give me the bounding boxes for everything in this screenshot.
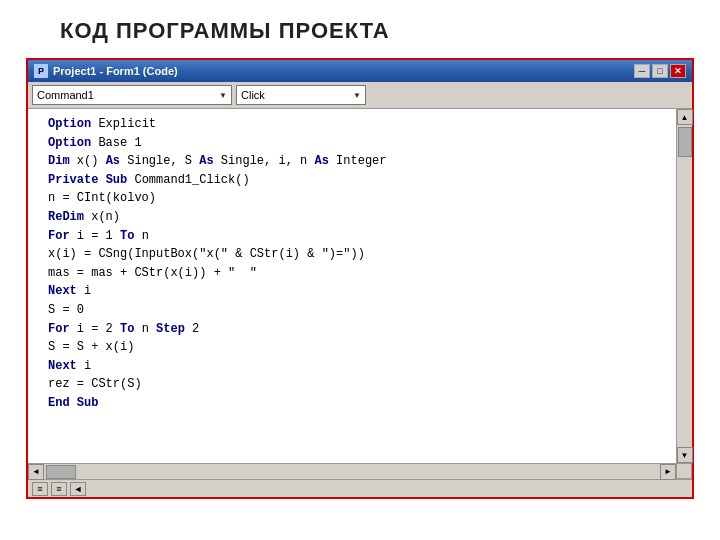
scroll-up-button[interactable]: ▲: [677, 109, 693, 125]
code-line: S = 0: [48, 301, 668, 320]
code-line: Dim x() As Single, S As Single, i, n As …: [48, 152, 668, 171]
status-btn-3[interactable]: ◄: [70, 482, 86, 496]
code-line: ReDim x(n): [48, 208, 668, 227]
code-area: Option ExplicitOption Base 1Dim x() As S…: [28, 109, 692, 479]
scroll-down-button[interactable]: ▼: [677, 447, 693, 463]
title-bar-buttons: ─ □ ✕: [634, 64, 686, 78]
scroll-thumb-v[interactable]: [678, 127, 692, 157]
minimize-button[interactable]: ─: [634, 64, 650, 78]
code-line: End Sub: [48, 394, 668, 413]
title-bar: P Project1 - Form1 (Code) ─ □ ✕: [28, 60, 692, 82]
status-btn-1[interactable]: ≡: [32, 482, 48, 496]
vertical-scrollbar[interactable]: ▲ ▼: [676, 109, 692, 463]
code-line: For i = 1 To n: [48, 227, 668, 246]
window-title: Project1 - Form1 (Code): [53, 65, 178, 77]
code-line: Next i: [48, 357, 668, 376]
scrollbar-corner: [676, 463, 692, 479]
toolbar: Command1 ▼ Click ▼: [28, 82, 692, 109]
code-line: Next i: [48, 282, 668, 301]
scroll-right-button[interactable]: ►: [660, 464, 676, 480]
code-line: rez = CStr(S): [48, 375, 668, 394]
status-btn-2[interactable]: ≡: [51, 482, 67, 496]
code-line: Option Explicit: [48, 115, 668, 134]
code-line: mas = mas + CStr(x(i)) + " ": [48, 264, 668, 283]
maximize-button[interactable]: □: [652, 64, 668, 78]
code-line: For i = 2 To n Step 2: [48, 320, 668, 339]
status-bar: ≡ ≡ ◄: [28, 479, 692, 497]
horizontal-scrollbar[interactable]: ◄ ►: [28, 463, 676, 479]
title-bar-left: P Project1 - Form1 (Code): [34, 64, 178, 78]
dropdown1-arrow-icon: ▼: [219, 91, 227, 100]
object-dropdown-value: Command1: [37, 89, 94, 101]
dropdown2-arrow-icon: ▼: [353, 91, 361, 100]
window-icon: P: [34, 64, 48, 78]
ide-window: P Project1 - Form1 (Code) ─ □ ✕ Command1: [26, 58, 694, 499]
event-dropdown-value: Click: [241, 89, 265, 101]
page-container: КОД ПРОГРАММЫ ПРОЕКТА P Project1 - Form1…: [0, 0, 720, 540]
code-line: S = S + x(i): [48, 338, 668, 357]
code-line: Option Base 1: [48, 134, 668, 153]
object-dropdown[interactable]: Command1 ▼: [32, 85, 232, 105]
close-button[interactable]: ✕: [670, 64, 686, 78]
code-line: Private Sub Command1_Click(): [48, 171, 668, 190]
page-title: КОД ПРОГРАММЫ ПРОЕКТА: [60, 18, 390, 44]
scroll-left-button[interactable]: ◄: [28, 464, 44, 480]
event-dropdown[interactable]: Click ▼: [236, 85, 366, 105]
scroll-thumb-h[interactable]: [46, 465, 76, 479]
code-line: n = CInt(kolvo): [48, 189, 668, 208]
code-line: x(i) = CSng(InputBox("x(" & CStr(i) & ")…: [48, 245, 668, 264]
code-content[interactable]: Option ExplicitOption Base 1Dim x() As S…: [28, 109, 676, 463]
